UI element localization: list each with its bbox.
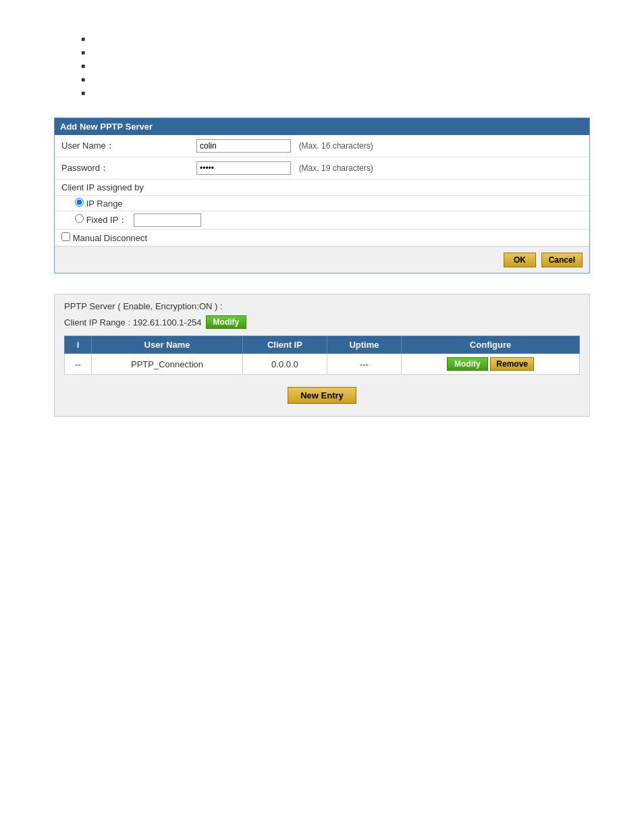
password-hint: (Max. 19 characters): [299, 163, 373, 173]
client-ip-label: Client IP assigned by: [55, 180, 589, 196]
username-input[interactable]: [196, 139, 291, 153]
row-username: PPTP_Connection: [92, 354, 243, 375]
bullet-list: [81, 34, 590, 97]
bullet-item-4: [81, 74, 590, 84]
new-entry-row: New Entry: [64, 382, 580, 407]
row-client-ip: 0.0.0.0: [243, 354, 327, 375]
pptp-connections-table: i User Name Client IP Uptime Configure -…: [64, 336, 580, 375]
row-remove-button[interactable]: Remove: [490, 357, 534, 371]
ip-range-row: IP Range: [55, 196, 589, 211]
password-input[interactable]: [196, 161, 291, 175]
username-cell: (Max. 16 characters): [190, 135, 589, 157]
bullet-item-5: [81, 88, 590, 97]
client-ip-range-text: Client IP Range : 192.61.100.1-254: [64, 317, 202, 328]
add-pptp-form: Add New PPTP Server User Name： (Max. 16 …: [54, 118, 590, 273]
bullet-item-3: [81, 61, 590, 70]
ip-range-cell: IP Range: [55, 196, 589, 211]
form-button-row: OK Cancel: [55, 246, 589, 273]
bullet-item-1: [81, 34, 590, 43]
col-username: User Name: [92, 336, 243, 354]
client-ip-header-row: Client IP assigned by: [55, 180, 589, 196]
username-row: User Name： (Max. 16 characters): [55, 135, 589, 157]
pptp-server-text: PPTP Server ( Enable, Encryption:ON ) :: [64, 301, 223, 311]
password-label: Password：: [55, 157, 190, 180]
ok-button[interactable]: OK: [504, 253, 536, 267]
ip-range-radio[interactable]: [75, 198, 84, 207]
pptp-server-line: PPTP Server ( Enable, Encryption:ON ) :: [64, 301, 580, 311]
form-table: User Name： (Max. 16 characters) Password…: [55, 135, 589, 246]
page-wrapper: Add New PPTP Server User Name： (Max. 16 …: [0, 0, 644, 834]
table-header-row: i User Name Client IP Uptime Configure: [65, 336, 580, 354]
row-i: --: [65, 354, 92, 375]
password-cell: (Max. 19 characters): [190, 157, 589, 180]
fixed-ip-row: Fixed IP：: [55, 211, 589, 230]
row-configure: Modify Remove: [402, 354, 580, 375]
cancel-button[interactable]: Cancel: [541, 253, 583, 267]
fixed-ip-label: Fixed IP：: [86, 215, 128, 225]
client-ip-range-line: Client IP Range : 192.61.100.1-254 Modif…: [64, 315, 580, 329]
username-label: User Name：: [55, 135, 190, 157]
fixed-ip-input[interactable]: [134, 213, 201, 227]
form-title: Add New PPTP Server: [55, 118, 589, 135]
password-row: Password： (Max. 19 characters): [55, 157, 589, 180]
bullet-item-2: [81, 47, 590, 57]
row-uptime: ---: [327, 354, 401, 375]
username-hint: (Max. 16 characters): [299, 141, 373, 151]
fixed-ip-cell: Fixed IP：: [55, 211, 589, 230]
fixed-ip-radio[interactable]: [75, 214, 84, 223]
ip-range-label: IP Range: [86, 199, 123, 209]
col-i: i: [65, 336, 92, 354]
manual-disconnect-row: Manual Disconnect: [55, 230, 589, 246]
new-entry-button[interactable]: New Entry: [288, 387, 356, 404]
col-uptime: Uptime: [327, 336, 401, 354]
col-client-ip: Client IP: [243, 336, 327, 354]
manual-disconnect-cell: Manual Disconnect: [55, 230, 589, 246]
client-ip-modify-button[interactable]: Modify: [206, 315, 247, 329]
manual-disconnect-label: Manual Disconnect: [73, 233, 148, 243]
manual-disconnect-checkbox[interactable]: [61, 232, 70, 241]
col-configure: Configure: [402, 336, 580, 354]
row-modify-button[interactable]: Modify: [447, 357, 488, 371]
pptp-status-section: PPTP Server ( Enable, Encryption:ON ) : …: [54, 294, 590, 417]
table-row: -- PPTP_Connection 0.0.0.0 --- Modify Re…: [65, 354, 580, 375]
